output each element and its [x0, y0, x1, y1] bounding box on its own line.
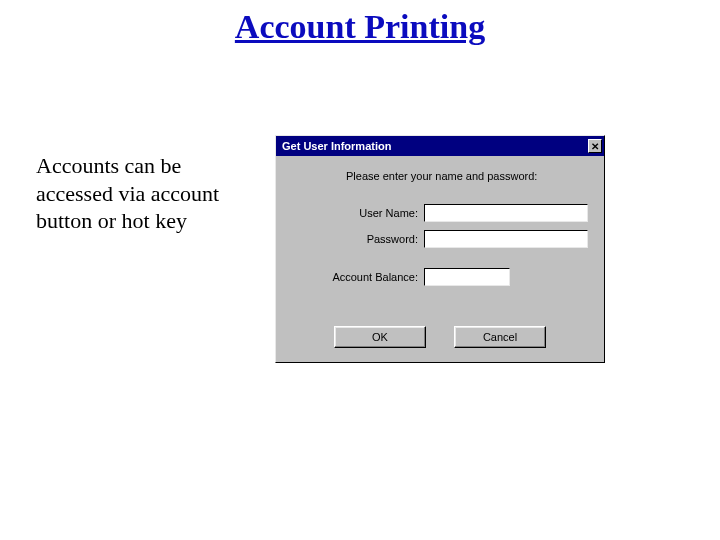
ok-button[interactable]: OK — [334, 326, 426, 348]
dialog-titlebar: Get User Information ✕ — [276, 136, 604, 156]
dialog-prompt: Please enter your name and password: — [346, 170, 586, 182]
slide-body-text: Accounts can be accessed via account but… — [36, 152, 236, 235]
user-name-label: User Name: — [312, 207, 418, 219]
password-label: Password: — [312, 233, 418, 245]
slide-title: Account Printing — [0, 8, 720, 46]
account-balance-row: Account Balance: — [312, 268, 510, 286]
dialog-button-bar: OK Cancel — [276, 326, 604, 348]
dialog-title: Get User Information — [282, 140, 391, 152]
close-icon: ✕ — [591, 141, 599, 152]
user-name-row: User Name: — [312, 204, 588, 222]
close-button[interactable]: ✕ — [588, 139, 602, 153]
cancel-button[interactable]: Cancel — [454, 326, 546, 348]
password-input[interactable] — [424, 230, 588, 248]
user-name-input[interactable] — [424, 204, 588, 222]
get-user-information-dialog: Get User Information ✕ Please enter your… — [275, 135, 605, 363]
account-balance-display — [424, 268, 510, 286]
account-balance-label: Account Balance: — [312, 271, 418, 283]
password-row: Password: — [312, 230, 588, 248]
